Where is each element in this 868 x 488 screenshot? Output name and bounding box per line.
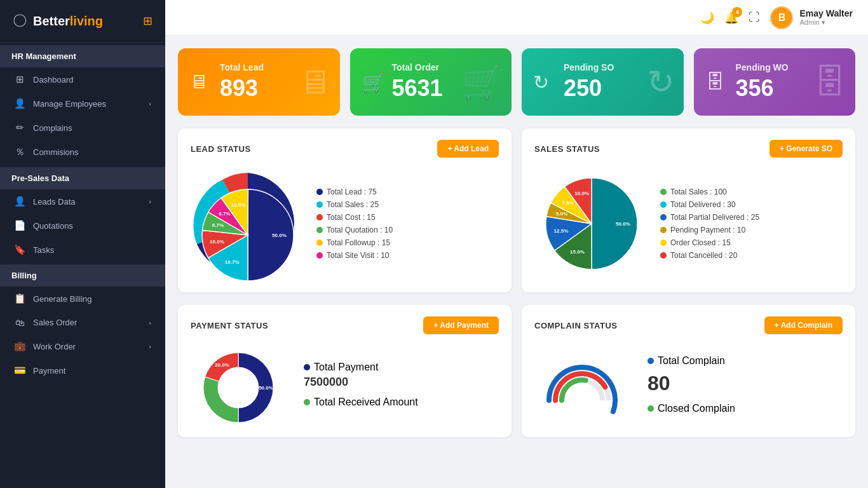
legend-dot — [316, 227, 323, 233]
closed-complain-legend: Closed Complain — [648, 403, 735, 414]
svg-text:50.0%: 50.0% — [259, 385, 273, 391]
avatar: B — [770, 6, 793, 29]
sidebar-item-commisions[interactable]: ％ Commisions — [0, 140, 165, 165]
sidebar-item-work-order[interactable]: 💼 Work Order › — [0, 334, 165, 358]
total-complain-value: 80 — [648, 372, 735, 395]
stats-row: 🖥 Total Lead 893 🖥 🛒 Total Order 5631 🛒 … — [178, 48, 855, 116]
sidebar-item-payment[interactable]: 💳 Payment — [0, 358, 165, 383]
grid-icon[interactable]: ⊞ — [143, 14, 153, 28]
svg-text:10.0%: 10.0% — [574, 191, 589, 196]
topbar: 🌙 🔔 4 ⛶ B Emay Walter Admin ▾ — [165, 0, 868, 36]
leads-icon: 👤 — [14, 196, 25, 207]
legend-label: Total Partial Delivered : 25 — [670, 213, 759, 222]
payment-icon: 💳 — [14, 365, 25, 376]
fullscreen-icon[interactable]: ⛶ — [749, 11, 760, 24]
bottom-charts-row: PAYMENT STATUS + Add Payment 50.0%20.0% … — [178, 305, 855, 437]
legend-dot — [660, 240, 667, 246]
legend-label: Total Cancelled : 20 — [670, 251, 737, 260]
billing-icon: 📋 — [14, 293, 25, 304]
legend-dot — [304, 399, 310, 405]
charts-row: LEAD STATUS + Add Lead — [178, 128, 855, 292]
sidebar-item-leads-data[interactable]: 👤 Leads Data › — [0, 189, 165, 214]
work-order-icon: 💼 — [14, 341, 25, 352]
legend-label: Total Followup : 15 — [327, 238, 390, 247]
user-info: Emay Walter Admin ▾ — [799, 8, 853, 27]
dashboard-content: 🖥 Total Lead 893 🖥 🛒 Total Order 5631 🛒 … — [165, 36, 868, 488]
sidebar: 〇 Betterliving ⊞ HR Management ⊞ Dashboa… — [0, 0, 165, 488]
user-name: Emay Walter — [799, 8, 853, 18]
sidebar-item-quotations[interactable]: 📄 Quotations — [0, 214, 165, 238]
total-complain-legend: Total Complain — [648, 355, 735, 367]
notification-badge: 4 — [732, 7, 742, 17]
tasks-icon: 🔖 — [14, 244, 25, 255]
user-profile[interactable]: B Emay Walter Admin ▾ — [770, 6, 853, 29]
sidebar-item-label: Quotations — [33, 221, 73, 231]
sales-status-card: SALES STATUS + Generate SO 50.0%15.0%12.… — [522, 128, 855, 292]
add-complain-button[interactable]: + Add Complain — [764, 316, 843, 334]
sales-status-title: SALES STATUS — [534, 144, 600, 154]
sidebar-logo: 〇 Betterliving ⊞ — [0, 0, 165, 43]
legend-dot — [316, 252, 323, 259]
sidebar-item-dashboard[interactable]: ⊞ Dashboard — [0, 67, 165, 92]
sidebar-item-manage-employees[interactable]: 👤 Manage Employees › — [0, 92, 165, 116]
legend-item: Total Followup : 15 — [316, 238, 393, 247]
svg-text:20.0%: 20.0% — [215, 362, 229, 368]
lead-status-card: LEAD STATUS + Add Lead — [178, 128, 512, 292]
sidebar-item-complains[interactable]: ✏ Complains — [0, 116, 165, 140]
legend-dot — [660, 252, 667, 259]
add-payment-button[interactable]: + Add Payment — [423, 316, 499, 334]
hr-management-header: HR Management — [0, 45, 165, 67]
legend-item: Total Sales : 25 — [316, 200, 393, 209]
payment-status-title: PAYMENT STATUS — [191, 321, 268, 330]
stat-bg-icon: ↻ — [647, 63, 675, 101]
sidebar-item-label: Commisions — [33, 147, 79, 157]
legend-label: Pending Payment : 10 — [670, 226, 745, 234]
lead-status-body: 50.0%16.7%10.0%6.7%6.7%10.0% Total Lead … — [191, 166, 499, 281]
dark-mode-icon[interactable]: 🌙 — [700, 11, 714, 25]
stat-bg-icon: 🗄 — [813, 63, 846, 101]
sidebar-item-label: Generate Billing — [33, 294, 92, 304]
legend-dot — [316, 240, 323, 246]
add-lead-button[interactable]: + Add Lead — [437, 140, 499, 158]
legend-item: Order Closed : 15 — [660, 238, 759, 247]
stat-bg-icon: 🛒 — [461, 63, 503, 102]
sidebar-item-tasks[interactable]: 🔖 Tasks — [0, 238, 165, 262]
lead-status-title: LEAD STATUS — [191, 144, 251, 154]
complains-icon: ✏ — [14, 122, 25, 133]
sidebar-item-label: Work Order — [33, 342, 76, 351]
logo-text: Betterliving — [33, 14, 103, 29]
sidebar-item-label: Dashboard — [33, 75, 74, 85]
commisions-icon: ％ — [14, 146, 25, 158]
complain-status-title: COMPLAIN STATUS — [534, 321, 618, 330]
pre-sales-header: Pre-Sales Data — [0, 167, 165, 189]
payment-status-header: PAYMENT STATUS + Add Payment — [191, 316, 499, 334]
legend-item: Total Lead : 75 — [316, 187, 393, 196]
legend-dot — [316, 214, 323, 220]
legend-item: Total Cost : 15 — [316, 213, 393, 222]
chevron-icon: › — [149, 342, 151, 350]
sidebar-item-sales-order[interactable]: 🛍 Sales Order › — [0, 311, 165, 334]
legend-dot — [660, 189, 667, 195]
quotations-icon: 📄 — [14, 220, 25, 231]
generate-so-button[interactable]: + Generate SO — [770, 140, 843, 158]
notification-icon[interactable]: 🔔 4 — [724, 11, 738, 25]
legend-item: Pending Payment : 10 — [660, 226, 759, 234]
sales-status-header: SALES STATUS + Generate SO — [534, 140, 843, 158]
sidebar-item-label: Leads Data — [33, 197, 76, 207]
total-complain-label: Total Complain — [658, 355, 725, 367]
complain-info: Total Complain 80 Closed Complain — [648, 355, 735, 414]
monitor-icon: 🖥 — [189, 71, 208, 93]
cart-icon: 🛒 — [362, 71, 385, 93]
database-icon: 🗄 — [705, 71, 724, 93]
legend-dot — [660, 214, 667, 220]
stat-card-total-lead: 🖥 Total Lead 893 🖥 — [178, 48, 340, 116]
sidebar-item-label: Complains — [33, 123, 72, 133]
complain-status-card: COMPLAIN STATUS + Add Complain Total Com… — [522, 305, 855, 437]
svg-text:15.0%: 15.0% — [570, 249, 585, 255]
stat-card-total-order: 🛒 Total Order 5631 🛒 — [350, 48, 512, 116]
complain-status-header: COMPLAIN STATUS + Add Complain — [534, 316, 843, 334]
sidebar-item-generate-billing[interactable]: 📋 Generate Billing — [0, 287, 165, 311]
svg-text:50.0%: 50.0% — [616, 221, 630, 227]
chevron-icon: › — [149, 198, 151, 205]
dashboard-icon: ⊞ — [14, 74, 25, 85]
